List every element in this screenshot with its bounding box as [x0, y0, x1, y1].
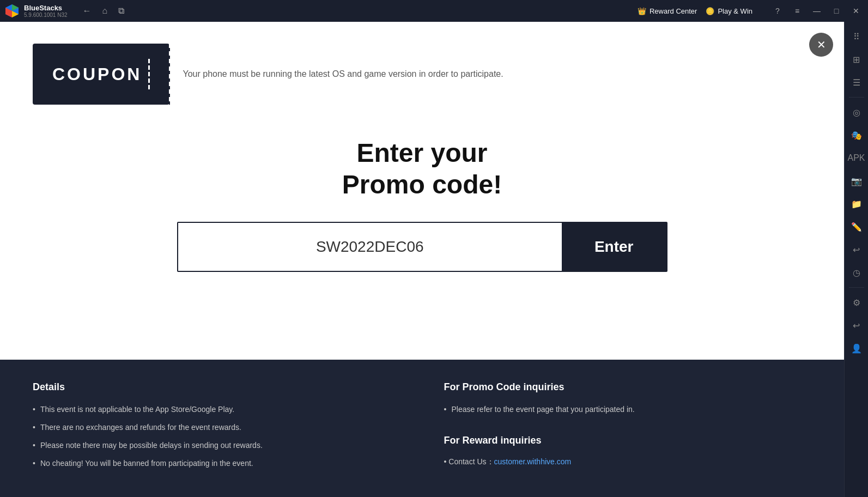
- contact-row: • Contact Us：customer.withhive.com: [444, 457, 812, 467]
- back-button[interactable]: ←: [81, 4, 94, 18]
- list-item: No cheating! You will be banned from par…: [33, 458, 400, 469]
- promo-input-row: Enter: [177, 222, 667, 272]
- dark-panel: Details This event is not applicable to …: [0, 360, 844, 497]
- white-panel: ✕ COUPON Your phone must be running the …: [0, 22, 844, 360]
- help-button[interactable]: ?: [770, 3, 785, 19]
- sidebar-icon-11[interactable]: ◷: [846, 262, 867, 283]
- coupon-label: COUPON: [52, 64, 142, 84]
- coupon-badge: COUPON: [33, 44, 169, 105]
- reward-center-label: Reward Center: [650, 7, 697, 15]
- right-sidebar: ⠿ ⊞ ☰ ◎ 🎭 APK 📷 📁 ✏️ ↩ ◷ ⚙ ↩ 👤: [844, 22, 868, 497]
- promo-inquiries-title: For Promo Code inquiries: [444, 381, 812, 393]
- sidebar-icon-6[interactable]: APK: [846, 148, 867, 168]
- list-item: Please note there may be possible delays…: [33, 440, 400, 451]
- list-item: This event is not applicable to the App …: [33, 404, 400, 415]
- sidebar-icon-10[interactable]: ↩: [846, 239, 867, 260]
- enter-button[interactable]: Enter: [562, 223, 666, 271]
- promo-section: Enter your Promo code! Enter: [33, 137, 811, 272]
- contact-link[interactable]: customer.withhive.com: [494, 457, 572, 466]
- sidebar-icon-3[interactable]: ☰: [846, 72, 867, 93]
- coupon-dashes: [148, 59, 150, 89]
- sidebar-divider-2: [849, 287, 864, 288]
- promo-title: Enter your Promo code!: [342, 137, 502, 200]
- sidebar-user-icon[interactable]: 👤: [846, 338, 867, 359]
- details-list: This event is not applicable to the App …: [33, 404, 400, 469]
- menu-button[interactable]: ≡: [790, 3, 805, 19]
- promo-code-input[interactable]: [178, 223, 562, 271]
- minimize-button[interactable]: —: [809, 3, 824, 19]
- maximize-button[interactable]: □: [829, 3, 844, 19]
- close-dialog-button[interactable]: ✕: [809, 33, 833, 57]
- home-button[interactable]: ⌂: [100, 4, 110, 18]
- coin-icon: 🪙: [706, 7, 714, 15]
- window-controls: ? ≡ — □ ✕: [770, 3, 864, 19]
- reward-center-button[interactable]: 👑 Reward Center: [638, 7, 697, 15]
- sidebar-icon-5[interactable]: 🎭: [846, 125, 867, 146]
- details-section: Details This event is not applicable to …: [33, 381, 400, 475]
- promo-title-line2: Promo code!: [342, 170, 502, 199]
- crown-icon: 👑: [638, 7, 646, 15]
- sidebar-icon-7[interactable]: 📷: [846, 171, 867, 191]
- close-window-button[interactable]: ✕: [848, 3, 864, 19]
- titlebar-right: 👑 Reward Center 🪙 Play & Win ? ≡ — □ ✕: [638, 3, 864, 19]
- main-layout: ✕ COUPON Your phone must be running the …: [0, 22, 868, 497]
- list-item: There are no exchanges and refunds for t…: [33, 422, 400, 433]
- list-item: Please refer to the event page that you …: [444, 404, 812, 415]
- promo-inquiries-list: Please refer to the event page that you …: [444, 404, 812, 415]
- content-area: ✕ COUPON Your phone must be running the …: [0, 22, 844, 497]
- contact-prefix: • Contact Us：: [444, 457, 494, 466]
- titlebar-left: BlueStacks 5.9.600.1001 N32 ← ⌂ ⧉: [4, 3, 126, 19]
- coupon-header: COUPON Your phone must be running the la…: [33, 44, 811, 105]
- app-version: 5.9.600.1001 N32: [24, 12, 68, 18]
- inquiries-section: For Promo Code inquiries Please refer to…: [444, 381, 812, 475]
- sidebar-icon-4[interactable]: ◎: [846, 102, 867, 123]
- sidebar-divider: [849, 97, 864, 98]
- coupon-notice: Your phone must be running the latest OS…: [183, 68, 503, 81]
- sidebar-icon-9[interactable]: ✏️: [846, 216, 867, 237]
- titlebar: BlueStacks 5.9.600.1001 N32 ← ⌂ ⧉ 👑 Rewa…: [0, 0, 868, 22]
- sidebar-icon-1[interactable]: ⠿: [846, 26, 867, 47]
- app-name: BlueStacks: [24, 4, 68, 12]
- sidebar-back-icon[interactable]: ↩: [846, 315, 867, 336]
- reward-inquiries-title: For Reward inquiries: [444, 435, 812, 446]
- tabs-button[interactable]: ⧉: [116, 4, 126, 18]
- bluestacks-logo: [4, 3, 20, 19]
- sidebar-icon-2[interactable]: ⊞: [846, 49, 867, 70]
- sidebar-icon-8[interactable]: 📁: [846, 193, 867, 214]
- play-win-label: Play & Win: [718, 7, 752, 15]
- titlebar-nav: ← ⌂ ⧉: [81, 4, 127, 18]
- sidebar-settings-icon[interactable]: ⚙: [846, 292, 867, 313]
- details-title: Details: [33, 381, 400, 393]
- promo-title-line1: Enter your: [356, 138, 487, 167]
- play-win-button[interactable]: 🪙 Play & Win: [706, 7, 752, 15]
